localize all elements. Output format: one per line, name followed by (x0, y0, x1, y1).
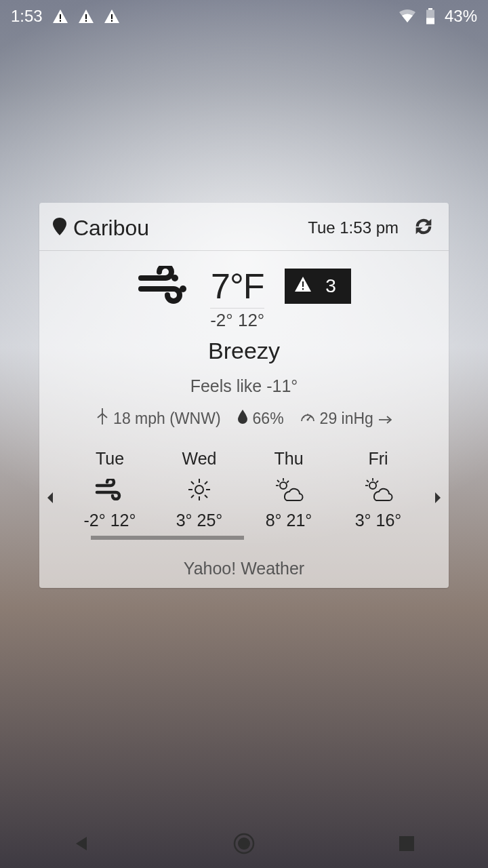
forecast-next[interactable] (434, 492, 442, 507)
svg-point-32 (280, 482, 287, 489)
wind-detail: 18 mph (WNW) (96, 408, 220, 429)
svg-point-10 (180, 285, 186, 292)
forecast-day[interactable]: Thu8° 21° (244, 449, 333, 530)
svg-rect-6 (428, 8, 432, 10)
svg-rect-2 (85, 14, 87, 19)
wifi-icon (399, 9, 416, 24)
status-bar: 1:53 43% (0, 0, 488, 33)
back-button[interactable] (41, 834, 122, 853)
forecast-day-label: Thu (244, 449, 333, 469)
alert-icon (294, 275, 312, 297)
svg-rect-5 (111, 20, 113, 22)
home-button[interactable] (203, 832, 285, 855)
forecast: Tue-2° 12°Wed3° 25°Thu8° 21°Fri3° 16° (39, 449, 449, 549)
details-row: 18 mph (WNW) 66% 29 inHg (53, 408, 435, 429)
svg-point-9 (171, 275, 178, 281)
warning-icon (104, 9, 120, 24)
location-pin-icon (53, 216, 66, 241)
svg-line-36 (287, 481, 289, 483)
gauge-icon (300, 410, 315, 428)
scroll-indicator (91, 536, 397, 540)
svg-rect-8 (426, 18, 434, 24)
svg-line-31 (205, 481, 207, 484)
forecast-day-label: Wed (155, 449, 244, 469)
forecast-day-label: Fri (333, 449, 423, 469)
forecast-hilo: 3° 25° (155, 511, 244, 530)
svg-point-37 (369, 482, 376, 489)
svg-point-23 (195, 486, 203, 494)
forecast-icon (244, 475, 333, 504)
svg-rect-4 (111, 14, 113, 19)
svg-rect-11 (302, 281, 304, 287)
current-temp: 7°F (210, 266, 264, 307)
svg-line-35 (277, 480, 279, 482)
forecast-day[interactable]: Wed3° 25° (155, 449, 244, 530)
svg-line-30 (191, 495, 194, 498)
svg-rect-12 (302, 288, 304, 290)
turbine-icon (96, 408, 108, 429)
status-time: 1:53 (11, 7, 43, 26)
alert-count: 3 (325, 275, 336, 297)
svg-line-16 (102, 414, 107, 418)
hi-lo: -2° 12° (210, 308, 264, 331)
forecast-day[interactable]: Tue-2° 12° (65, 449, 155, 530)
svg-line-40 (367, 480, 369, 482)
svg-rect-0 (60, 14, 61, 19)
pressure-detail: 29 inHg (300, 410, 392, 428)
droplet-icon (237, 409, 248, 428)
forecast-prev[interactable] (46, 492, 54, 507)
svg-rect-44 (399, 836, 414, 851)
forecast-icon (65, 475, 155, 504)
forecast-day[interactable]: Fri3° 16° (333, 449, 423, 530)
feels-like: Feels like -11° (53, 376, 435, 396)
condition: Breezy (53, 338, 435, 364)
forecast-icon (333, 475, 423, 504)
datetime: Tue 1:53 pm (308, 218, 399, 237)
svg-point-18 (306, 418, 308, 420)
attribution[interactable]: Yahoo! Weather (39, 549, 449, 588)
svg-rect-3 (85, 20, 87, 22)
forecast-hilo: 3° 16° (333, 511, 423, 530)
arrow-right-icon (378, 410, 392, 428)
svg-point-43 (238, 837, 250, 850)
nav-bar (0, 819, 488, 868)
humidity-detail: 66% (237, 409, 284, 428)
forecast-icon (155, 475, 244, 504)
svg-line-28 (191, 481, 194, 484)
weather-alert[interactable]: 3 (285, 269, 351, 304)
wind-icon (137, 266, 190, 308)
warning-icon (52, 9, 68, 24)
svg-line-29 (205, 495, 207, 498)
weather-widget[interactable]: Caribou Tue 1:53 pm 7°F -2° 12° 3 Breezy… (39, 203, 449, 588)
warning-icon (78, 9, 94, 24)
battery-icon (426, 8, 435, 24)
location[interactable]: Caribou (53, 216, 149, 241)
forecast-day-label: Tue (65, 449, 155, 469)
refresh-icon[interactable] (412, 215, 435, 241)
svg-line-15 (98, 414, 102, 418)
recent-button[interactable] (366, 835, 447, 852)
svg-rect-1 (60, 20, 61, 22)
battery-percent: 43% (445, 7, 477, 26)
location-name: Caribou (73, 216, 149, 241)
forecast-hilo: 8° 21° (244, 511, 333, 530)
widget-header: Caribou Tue 1:53 pm (39, 203, 449, 251)
forecast-hilo: -2° 12° (65, 511, 155, 530)
svg-line-41 (376, 481, 378, 483)
